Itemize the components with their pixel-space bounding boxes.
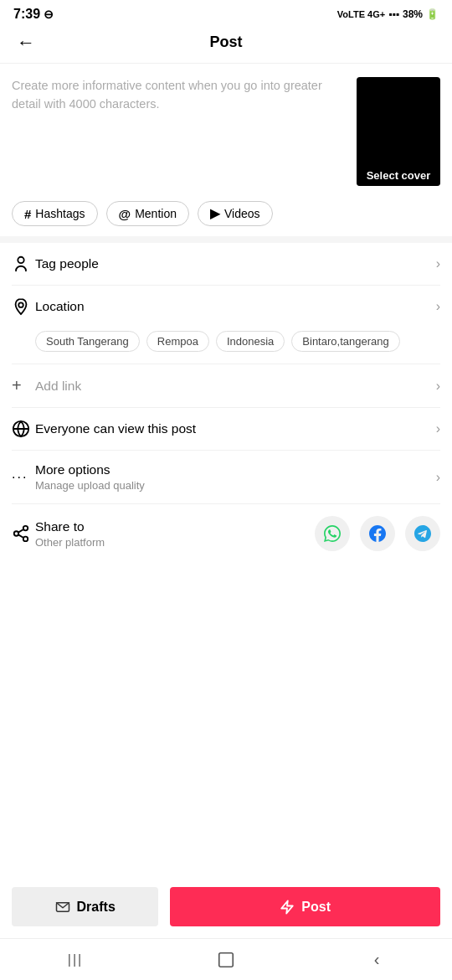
chevron-right-icon: › [436,256,440,271]
play-icon: ▶ [210,206,220,221]
visibility-title: Everyone can view this post [35,421,436,436]
drafts-icon [55,899,70,915]
do-not-disturb-icon: ⊖ [44,8,54,21]
videos-button[interactable]: ▶ Videos [198,201,273,226]
caption-area: Create more informative content when you… [0,64,452,196]
facebook-button[interactable] [360,516,395,551]
globe-icon [12,420,35,438]
svg-point-1 [18,302,23,307]
person-icon [12,255,35,273]
svg-rect-11 [219,952,234,967]
location-icon [12,297,35,316]
location-tag-1[interactable]: Rempoa [146,331,209,352]
tag-people-row[interactable]: Tag people › [0,243,452,285]
location-row[interactable]: Location › [0,286,452,328]
location-content: Location [35,299,436,314]
svg-line-7 [18,534,23,538]
chevron-right-icon: › [436,379,440,394]
more-options-content: More options Manage upload quality [35,462,436,492]
plus-icon: + [12,376,35,395]
chevron-right-icon: › [436,421,440,436]
caption-placeholder[interactable]: Create more informative content when you… [12,77,347,114]
network-label: VoLTE 4G+ [337,9,385,19]
share-to-content: Share to Other platform [35,519,315,549]
location-tag-2[interactable]: Indonesia [216,331,285,352]
drafts-button[interactable]: Drafts [12,887,158,926]
more-options-title: More options [35,462,436,477]
svg-marker-10 [282,901,294,914]
tag-people-title: Tag people [35,256,436,271]
chevron-right-icon: › [436,470,440,485]
section-divider [0,236,452,243]
battery-icon: 🔋 [426,8,439,20]
tag-people-content: Tag people [35,256,436,271]
share-to-subtitle: Other platform [35,536,315,549]
chevron-right-icon: › [436,299,440,314]
drafts-label: Drafts [77,900,116,915]
hashtags-label: Hashtags [35,207,85,220]
visibility-row[interactable]: Everyone can view this post › [0,408,452,450]
nav-bar: ||| ‹ [0,938,452,980]
bottom-buttons: Drafts Post [0,877,452,936]
add-link-label: Add link [35,379,436,394]
spacer [0,563,452,663]
more-options-row[interactable]: ··· More options Manage upload quality › [0,451,452,503]
cover-label[interactable]: Select cover [357,165,440,186]
header: ← Post [0,25,452,64]
page-title: Post [209,34,242,51]
share-to-title: Share to [35,519,315,534]
location-tag-3[interactable]: Bintaro,tangerang [291,331,399,352]
nav-home[interactable] [205,943,247,977]
back-button[interactable]: ← [13,28,39,57]
signal-icon: ▪▪▪ [388,8,399,20]
hashtag-icon: # [24,207,31,221]
location-title: Location [35,299,436,314]
post-button[interactable]: Post [170,887,440,926]
more-options-subtitle: Manage upload quality [35,479,436,492]
cover-thumbnail[interactable]: Select cover [357,77,440,186]
nav-recents[interactable]: ||| [54,943,96,977]
share-to-row: Share to Other platform [0,504,452,563]
videos-label: Videos [224,207,260,220]
location-tags-row: South Tangerang Rempoa Indonesia Bintaro… [0,328,452,364]
mention-label: Mention [135,207,177,220]
hashtags-button[interactable]: # Hashtags [12,201,98,226]
status-indicators: VoLTE 4G+ ▪▪▪ 38% 🔋 [337,8,439,20]
mention-button[interactable]: @ Mention [106,201,189,226]
svg-point-0 [18,257,23,263]
svg-line-8 [18,529,23,533]
nav-back[interactable]: ‹ [356,943,398,977]
status-bar: 7:39 ⊖ VoLTE 4G+ ▪▪▪ 38% 🔋 [0,0,452,25]
status-time: 7:39 [13,7,40,22]
visibility-content: Everyone can view this post [35,421,436,436]
location-tag-0[interactable]: South Tangerang [35,331,140,352]
share-platforms [315,516,440,551]
share-icon [12,524,35,543]
battery-label: 38% [403,8,423,20]
whatsapp-button[interactable] [315,516,350,551]
add-link-row[interactable]: + Add link › [0,364,452,407]
post-label: Post [301,900,331,915]
tags-row: # Hashtags @ Mention ▶ Videos [0,196,452,236]
mention-icon: @ [119,207,131,221]
post-icon [280,899,295,915]
dots-icon: ··· [12,470,35,485]
telegram-button[interactable] [405,516,440,551]
